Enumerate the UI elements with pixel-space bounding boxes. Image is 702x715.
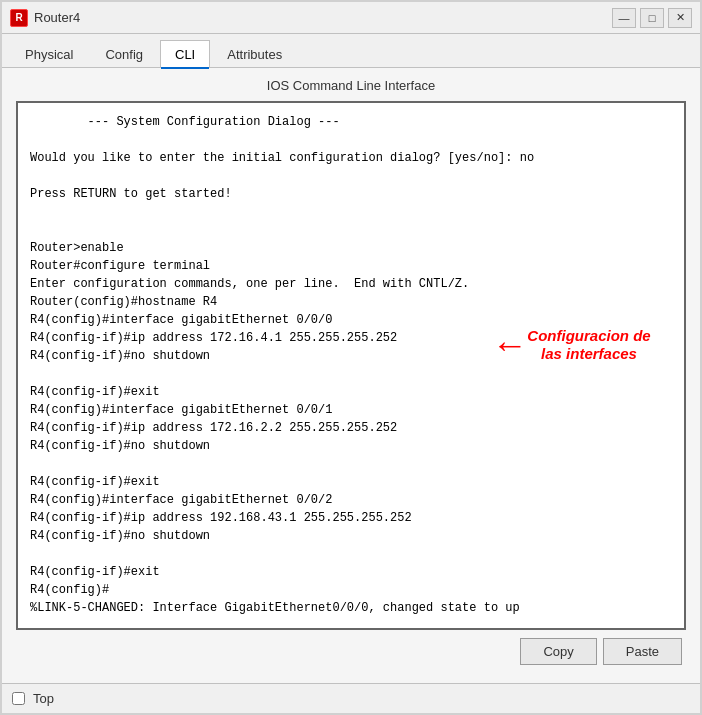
- tab-bar: Physical Config CLI Attributes: [2, 34, 700, 68]
- close-button[interactable]: ✕: [668, 8, 692, 28]
- top-checkbox[interactable]: [12, 692, 25, 705]
- top-label: Top: [33, 691, 54, 706]
- terminal-container: --- System Configuration Dialog --- Woul…: [16, 101, 686, 630]
- annotation-overlay: ← Configuracion de las interfaces: [492, 327, 654, 363]
- tab-physical[interactable]: Physical: [10, 40, 88, 68]
- bottom-bar: Top: [2, 683, 700, 713]
- paste-button[interactable]: Paste: [603, 638, 682, 665]
- terminal-text: --- System Configuration Dialog --- Woul…: [30, 113, 672, 628]
- annotation-arrow-icon: ←: [492, 327, 528, 363]
- minimize-button[interactable]: —: [612, 8, 636, 28]
- terminal-output[interactable]: --- System Configuration Dialog --- Woul…: [18, 103, 684, 628]
- annotation-text: Configuracion de las interfaces: [524, 327, 654, 363]
- title-controls: — □ ✕: [612, 8, 692, 28]
- content-area: IOS Command Line Interface --- System Co…: [2, 68, 700, 683]
- button-bar: Copy Paste: [16, 630, 686, 673]
- window-icon: R: [10, 9, 28, 27]
- title-bar: R Router4 — □ ✕: [2, 2, 700, 34]
- section-title: IOS Command Line Interface: [16, 78, 686, 93]
- main-window: R Router4 — □ ✕ Physical Config CLI Attr…: [0, 0, 702, 715]
- maximize-button[interactable]: □: [640, 8, 664, 28]
- window-title: Router4: [34, 10, 80, 25]
- title-bar-left: R Router4: [10, 9, 80, 27]
- tab-cli[interactable]: CLI: [160, 40, 210, 68]
- tab-attributes[interactable]: Attributes: [212, 40, 297, 68]
- copy-button[interactable]: Copy: [520, 638, 596, 665]
- tab-config[interactable]: Config: [90, 40, 158, 68]
